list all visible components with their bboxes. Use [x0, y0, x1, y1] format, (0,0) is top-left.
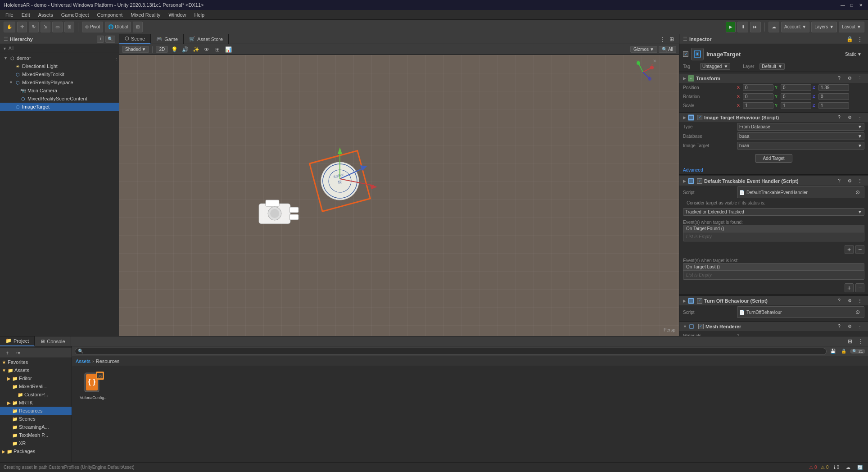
close-btn[interactable]: ✕: [857, 1, 864, 9]
menu-component[interactable]: Component: [93, 11, 126, 18]
mr-section-header[interactable]: ▼ Mesh Renderer ? ⚙ ⋮: [679, 321, 868, 331]
transform-settings[interactable]: ⚙: [845, 74, 854, 83]
bottom-tab-console[interactable]: 🖥 Console: [35, 336, 71, 346]
move-tool[interactable]: ✛: [17, 22, 27, 32]
scene-light-icon[interactable]: 💡: [170, 45, 179, 54]
rot-x-input[interactable]: [743, 93, 773, 100]
hierarchy-item-mrp[interactable]: ▼ ⬡ MixedRealityPlayspace: [0, 78, 119, 86]
layer-dropdown[interactable]: Default ▼: [760, 63, 785, 70]
add-target-btn[interactable]: Add Target: [755, 154, 792, 163]
scene-stats-icon[interactable]: 📊: [224, 45, 233, 54]
itb-options[interactable]: ⋮: [855, 113, 864, 122]
scene-tab-assetstore[interactable]: 🛒 Asset Store: [184, 34, 229, 44]
path-resources[interactable]: Resources: [96, 359, 120, 364]
tob-checkbox[interactable]: [697, 298, 702, 304]
static-badge[interactable]: Static ▼: [842, 51, 864, 57]
tag-dropdown[interactable]: Untagged ▼: [700, 63, 730, 70]
events-lost-remove-btn[interactable]: −: [855, 283, 864, 292]
dteh-checkbox[interactable]: [697, 178, 702, 184]
hierarchy-add-btn[interactable]: +: [97, 36, 104, 43]
itb-section-header[interactable]: ▶ Image Target Behaviour (Script) ? ⚙ ⋮: [679, 112, 868, 122]
pos-z-input[interactable]: [818, 84, 849, 91]
transform-help[interactable]: ?: [835, 74, 844, 83]
pivot-btn[interactable]: ⊕ Pivot: [82, 22, 103, 32]
project-search[interactable]: 🔍: [75, 348, 827, 355]
pos-y-input[interactable]: [781, 84, 811, 91]
maximize-btn[interactable]: □: [848, 1, 855, 9]
menu-file[interactable]: File: [2, 11, 17, 18]
bottom-tab-project[interactable]: 📁 Project: [0, 336, 35, 346]
scene-maximize[interactable]: ⊞: [667, 35, 676, 44]
search-input[interactable]: [85, 349, 823, 354]
tob-options[interactable]: ⋮: [855, 296, 864, 305]
layout-btn[interactable]: Layout ▼: [839, 22, 864, 32]
scale-x-input[interactable]: [743, 102, 773, 109]
search-bar[interactable]: 🔍 All: [659, 46, 676, 53]
gizmos-btn[interactable]: Gizmos ▼: [630, 46, 657, 53]
scene-gizmo-close[interactable]: ✕: [653, 59, 656, 64]
menu-mixedreality[interactable]: Mixed Reality: [127, 11, 164, 18]
menu-gameobject[interactable]: GameObject: [58, 11, 93, 18]
mr-help[interactable]: ?: [835, 322, 844, 331]
mr-checkbox[interactable]: [698, 324, 704, 329]
view-2d-btn[interactable]: 2D: [156, 46, 168, 53]
rotate-tool[interactable]: ↻: [29, 22, 39, 32]
account-btn[interactable]: Account ▼: [781, 22, 809, 32]
project-lock-icon[interactable]: 🔒: [839, 347, 848, 356]
tob-script-select[interactable]: ⊙: [853, 308, 862, 317]
transform-tool[interactable]: ⊞: [64, 22, 74, 32]
status-warning[interactable]: ⚠ 0: [820, 463, 829, 472]
vuforia-config-file[interactable]: { } JS VuforiaConfig...: [76, 370, 112, 402]
grid-btn[interactable]: ⊞: [133, 22, 143, 32]
scene-panel-options[interactable]: ⋮: [658, 35, 667, 44]
hierarchy-item-imagetarget[interactable]: ⬡ ImageTarget: [0, 103, 119, 111]
inspector-lock[interactable]: 🔒: [845, 35, 854, 44]
scenes-folder[interactable]: ▶ 📁 Scenes: [0, 415, 72, 423]
scene-grid-icon[interactable]: ⊞: [213, 45, 222, 54]
mr-settings[interactable]: ⚙: [845, 322, 854, 331]
project-add-btn[interactable]: +: [3, 349, 12, 358]
rect-tool[interactable]: ▭: [52, 22, 63, 32]
hierarchy-item-mrsc[interactable]: ⬡ MixedRealitySceneContent: [0, 95, 119, 103]
bottom-maximize[interactable]: ⊞: [845, 337, 854, 346]
dteh-help[interactable]: ?: [835, 177, 844, 186]
editor-folder[interactable]: ▶ 📁 Editor: [0, 374, 72, 382]
tracked-dropdown[interactable]: Tracked or Extended Tracked ▼: [683, 208, 864, 216]
collab-icon[interactable]: ☁: [769, 22, 779, 32]
menu-edit[interactable]: Edit: [18, 11, 34, 18]
imagetarget-checkbox[interactable]: [683, 51, 688, 57]
minimize-btn[interactable]: —: [839, 1, 846, 9]
shading-dropdown[interactable]: Shaded ▼: [122, 46, 149, 53]
path-assets[interactable]: Assets: [76, 359, 90, 364]
scene-view[interactable]: X Y Z ✕ 院 北京: [119, 55, 679, 336]
scene-tab-game[interactable]: 🎮 Game: [151, 34, 184, 44]
bottom-options[interactable]: ⋮: [856, 337, 865, 346]
mixedreality-folder[interactable]: ▶ 📁 MixedReali...: [0, 382, 72, 390]
hierarchy-item-camera[interactable]: 📷 Main Camera: [0, 86, 119, 95]
type-dropdown[interactable]: From Database ▼: [737, 123, 864, 131]
global-btn[interactable]: 🌐 Global: [105, 22, 131, 32]
hierarchy-search-btn[interactable]: 🔍: [105, 36, 115, 43]
scale-tool[interactable]: ⇲: [41, 22, 50, 32]
tob-section-header[interactable]: ▶ Turn Off Behaviour (Script) ? ⚙ ⋮: [679, 295, 868, 305]
project-save-icon[interactable]: 💾: [828, 347, 837, 356]
status-info[interactable]: ℹ 0: [832, 463, 841, 472]
rot-y-input[interactable]: [781, 93, 811, 100]
pause-button[interactable]: ⏸: [737, 22, 748, 32]
events-found-remove-btn[interactable]: −: [855, 245, 864, 254]
scale-y-input[interactable]: [781, 102, 811, 109]
dteh-script-select[interactable]: ⊙: [853, 188, 862, 197]
hierarchy-item-directional-light[interactable]: ☀ Directional Light: [0, 62, 119, 70]
step-button[interactable]: ⏭: [750, 22, 761, 32]
favorites-item[interactable]: ★ Favorites: [0, 358, 72, 366]
events-lost-add-btn[interactable]: +: [845, 283, 854, 292]
itb-checkbox[interactable]: [697, 115, 702, 120]
scene-hidden-icon[interactable]: 👁: [202, 45, 211, 54]
menu-help[interactable]: Help: [191, 11, 208, 18]
demo-options[interactable]: ⋮: [114, 56, 119, 61]
dteh-options[interactable]: ⋮: [855, 177, 864, 186]
scene-audio-icon[interactable]: 🔊: [181, 45, 190, 54]
events-found-add-btn[interactable]: +: [845, 245, 854, 254]
menu-assets[interactable]: Assets: [35, 11, 57, 18]
pos-x-input[interactable]: [743, 84, 773, 91]
